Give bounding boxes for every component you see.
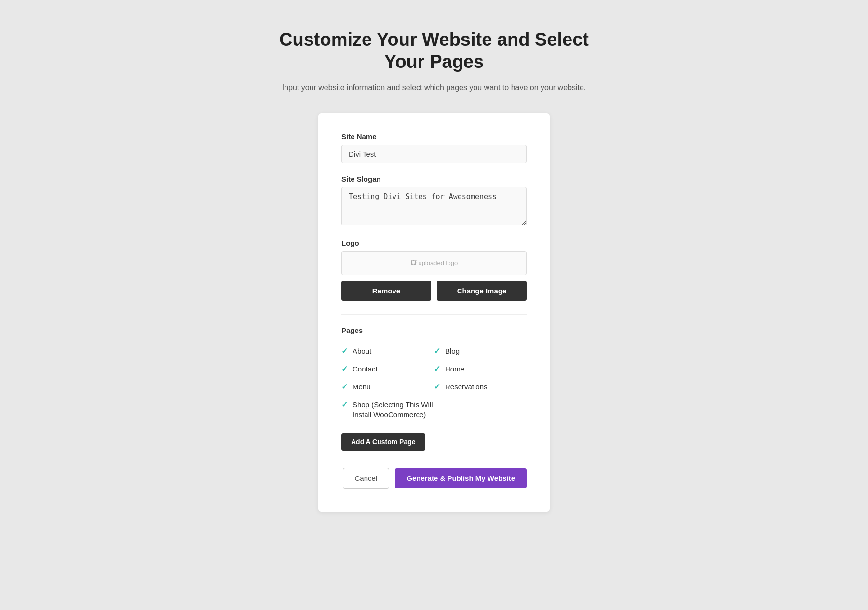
check-icon-contact: ✓ xyxy=(341,364,348,373)
page-label-menu: Menu xyxy=(353,382,371,392)
page-label-shop: Shop (Selecting This Will Install WooCom… xyxy=(353,399,434,420)
form-actions: Cancel Generate & Publish My Website xyxy=(341,468,527,489)
page-label-blog: Blog xyxy=(445,346,460,356)
logo-buttons: Remove Change Image xyxy=(341,281,527,301)
check-icon-about: ✓ xyxy=(341,346,348,356)
page-item-shop: ✓ Shop (Selecting This Will Install WooC… xyxy=(341,396,434,424)
remove-button[interactable]: Remove xyxy=(341,281,431,301)
page-item-home: ✓ Home xyxy=(434,360,527,378)
page-subtitle: Input your website information and selec… xyxy=(265,81,603,94)
page-item-about: ✓ About xyxy=(341,342,434,360)
site-slogan-label: Site Slogan xyxy=(341,175,527,183)
page-title: Customize Your Website and Select Your P… xyxy=(265,29,603,73)
divider xyxy=(341,314,527,315)
logo-label: Logo xyxy=(341,239,527,247)
logo-field: Logo 🖼 uploaded logo Remove Change Image xyxy=(341,239,527,301)
cancel-button[interactable]: Cancel xyxy=(343,468,390,489)
broken-image-icon: 🖼 uploaded logo xyxy=(410,259,458,266)
pages-section: Pages ✓ About ✓ Blog ✓ Contact ✓ Home ✓ … xyxy=(341,326,527,451)
check-icon-home: ✓ xyxy=(434,364,440,373)
page-label-reservations: Reservations xyxy=(445,382,488,392)
check-icon-reservations: ✓ xyxy=(434,382,440,391)
form-card: Site Name Site Slogan Testing Divi Sites… xyxy=(318,113,550,512)
logo-preview: 🖼 uploaded logo xyxy=(341,251,527,275)
custom-page-row: Add A Custom Page xyxy=(341,429,527,451)
site-slogan-input[interactable]: Testing Divi Sites for Awesomeness xyxy=(341,187,527,225)
pages-grid: ✓ About ✓ Blog ✓ Contact ✓ Home ✓ Menu ✓ xyxy=(341,342,527,424)
change-image-button[interactable]: Change Image xyxy=(437,281,527,301)
page-header: Customize Your Website and Select Your P… xyxy=(265,29,603,94)
pages-label: Pages xyxy=(341,326,527,334)
site-name-field: Site Name xyxy=(341,133,527,163)
add-custom-page-button[interactable]: Add A Custom Page xyxy=(341,433,425,451)
page-item-menu: ✓ Menu xyxy=(341,378,434,396)
page-item-contact: ✓ Contact xyxy=(341,360,434,378)
page-label-contact: Contact xyxy=(353,364,378,374)
check-icon-shop: ✓ xyxy=(341,400,348,409)
check-icon-menu: ✓ xyxy=(341,382,348,391)
generate-publish-button[interactable]: Generate & Publish My Website xyxy=(395,468,527,488)
site-name-input[interactable] xyxy=(341,145,527,163)
page-label-home: Home xyxy=(445,364,464,374)
page-item-blog: ✓ Blog xyxy=(434,342,527,360)
site-slogan-field: Site Slogan Testing Divi Sites for Aweso… xyxy=(341,175,527,227)
check-icon-blog: ✓ xyxy=(434,346,440,356)
site-name-label: Site Name xyxy=(341,133,527,141)
page-item-reservations: ✓ Reservations xyxy=(434,378,527,396)
page-label-about: About xyxy=(353,346,371,356)
